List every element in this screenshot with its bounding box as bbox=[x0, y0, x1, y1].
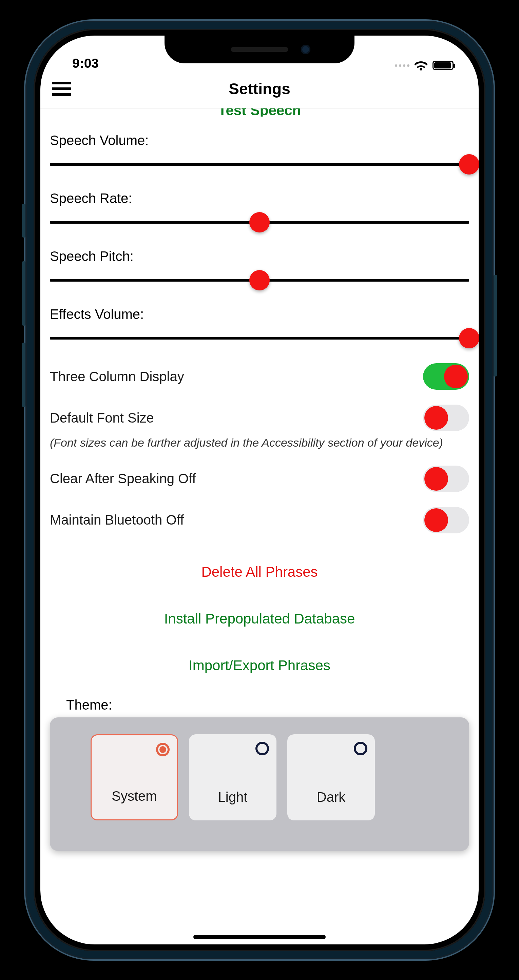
theme-label: Theme: bbox=[66, 697, 469, 713]
power-button[interactable] bbox=[493, 275, 497, 377]
theme-option-light[interactable]: Light bbox=[189, 734, 276, 820]
speech-volume-slider[interactable] bbox=[50, 154, 469, 175]
theme-option-dark[interactable]: Dark bbox=[287, 734, 375, 820]
settings-content[interactable]: Test Speech Speech Volume: Speech Rate: … bbox=[40, 108, 479, 930]
home-indicator[interactable] bbox=[193, 935, 326, 939]
theme-option-label: Dark bbox=[317, 789, 345, 805]
screen: 9:03 Settings Test Speech bbox=[40, 36, 479, 944]
effects-volume-slider[interactable] bbox=[50, 328, 469, 348]
clear-after-toggle[interactable] bbox=[423, 466, 469, 492]
page-title: Settings bbox=[52, 80, 467, 98]
volume-down-button[interactable] bbox=[22, 343, 26, 407]
radio-icon bbox=[256, 742, 269, 755]
wifi-icon bbox=[414, 60, 428, 71]
clear-after-label: Clear After Speaking Off bbox=[50, 471, 196, 486]
theme-option-system[interactable]: System bbox=[91, 734, 178, 820]
radio-icon bbox=[156, 743, 169, 756]
speech-pitch-label: Speech Pitch: bbox=[50, 249, 469, 264]
front-camera bbox=[301, 45, 310, 54]
default-font-toggle[interactable] bbox=[423, 405, 469, 431]
notch bbox=[164, 36, 355, 64]
theme-option-label: System bbox=[112, 789, 157, 804]
phone-frame: 9:03 Settings Test Speech bbox=[26, 21, 493, 959]
install-db-button[interactable]: Install Prepopulated Database bbox=[50, 611, 469, 627]
delete-all-button[interactable]: Delete All Phrases bbox=[50, 564, 469, 580]
speaker-grill bbox=[231, 47, 288, 52]
radio-icon bbox=[354, 742, 367, 755]
effects-volume-label: Effects Volume: bbox=[50, 307, 469, 322]
bluetooth-toggle[interactable] bbox=[423, 507, 469, 533]
import-export-button[interactable]: Import/Export Phrases bbox=[50, 657, 469, 674]
three-column-label: Three Column Display bbox=[50, 369, 184, 384]
theme-option-label: Light bbox=[218, 789, 248, 805]
speech-rate-label: Speech Rate: bbox=[50, 191, 469, 206]
mute-switch[interactable] bbox=[22, 204, 26, 237]
speech-rate-slider[interactable] bbox=[50, 212, 469, 232]
status-time: 9:03 bbox=[72, 56, 126, 71]
battery-icon bbox=[433, 60, 454, 70]
three-column-toggle[interactable] bbox=[423, 363, 469, 390]
app-header: Settings bbox=[40, 73, 479, 108]
cellular-icon bbox=[395, 64, 409, 67]
test-speech-button[interactable]: Test Speech bbox=[50, 108, 469, 116]
bluetooth-label: Maintain Bluetooth Off bbox=[50, 512, 184, 528]
volume-up-button[interactable] bbox=[22, 261, 26, 326]
theme-panel: System Light Dark bbox=[50, 718, 469, 851]
font-size-hint: (Font sizes can be further adjusted in t… bbox=[50, 435, 469, 451]
speech-pitch-slider[interactable] bbox=[50, 270, 469, 290]
default-font-label: Default Font Size bbox=[50, 410, 154, 426]
speech-volume-label: Speech Volume: bbox=[50, 133, 469, 148]
